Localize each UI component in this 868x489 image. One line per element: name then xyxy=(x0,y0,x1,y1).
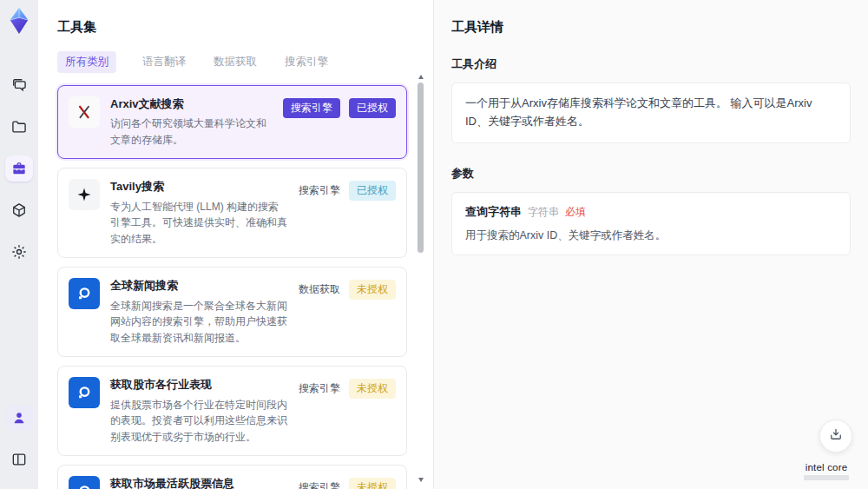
category-tab[interactable]: 所有类别 xyxy=(57,51,116,73)
scrollbar-thumb[interactable] xyxy=(418,83,424,253)
page-title: 工具集 xyxy=(57,19,407,36)
intro-text: 一个用于从Arxiv存储库搜索科学论文和文章的工具。 输入可以是Arxiv ID… xyxy=(465,95,837,131)
tavily-icon xyxy=(69,179,100,210)
icon-rail xyxy=(0,0,38,489)
tool-status-badge: 已授权 xyxy=(349,181,396,201)
category-tab[interactable]: 搜索引擎 xyxy=(283,51,330,73)
tool-description: 全球新闻搜索是一个聚合全球各大新闻网站内容的搜索引擎，帮助用户快速获取全球最新资… xyxy=(110,298,288,347)
news-icon xyxy=(69,278,100,309)
toolbox-icon xyxy=(10,160,28,177)
tool-card[interactable]: 获取市场最活跃股票信息 提供当天交易量最高的股票列表，投资者可以利用这些信息来识… xyxy=(57,465,407,489)
sidebar-item-toolbox[interactable] xyxy=(5,155,33,182)
sidebar-item-panel-toggle[interactable] xyxy=(5,446,33,472)
intel-logo-sub-badge xyxy=(804,475,849,480)
intel-core-logo: intel core xyxy=(799,462,854,480)
panel-toggle-icon xyxy=(10,451,28,468)
app-logo-icon xyxy=(6,7,32,35)
sidebar-item-files[interactable] xyxy=(5,114,33,140)
app-window: 工具集 所有类别语言翻译数据获取搜索引擎 Arxiv文献搜索 访问各个研究领域大… xyxy=(0,0,868,489)
param-card: 查询字符串 字符串 必填 用于搜索的Arxiv ID、关键字或作者姓名。 xyxy=(451,192,851,256)
tool-card[interactable]: Arxiv文献搜索 访问各个研究领域大量科学论文和文章的存储库。 搜索引擎 已授… xyxy=(57,85,407,159)
scrollbar-up-arrow-icon[interactable] xyxy=(418,75,424,79)
tool-name: Arxiv文献搜索 xyxy=(110,96,273,112)
param-type: 字符串 xyxy=(528,205,559,220)
params-heading: 参数 xyxy=(451,166,851,182)
tool-list: Arxiv文献搜索 访问各个研究领域大量科学论文和文章的存储库。 搜索引擎 已授… xyxy=(57,85,407,489)
tool-card[interactable]: Tavily搜索 专为人工智能代理 (LLM) 构建的搜索引擎工具。可快速提供实… xyxy=(57,168,407,258)
tool-name: 全球新闻搜索 xyxy=(110,278,288,294)
tool-card[interactable]: 获取股市各行业表现 提供股票市场各个行业在特定时间段内的表现。投资者可以利用这些… xyxy=(57,366,407,456)
tool-name: 获取市场最活跃股票信息 xyxy=(110,476,288,489)
tool-category-badge: 数据获取 xyxy=(299,280,340,300)
sidebar-item-settings[interactable] xyxy=(5,239,33,265)
tool-card[interactable]: 全球新闻搜索 全球新闻搜索是一个聚合全球各大新闻网站内容的搜索引擎，帮助用户快速… xyxy=(57,267,407,357)
sidebar-item-chat[interactable] xyxy=(5,72,33,98)
category-tab[interactable]: 语言翻译 xyxy=(141,51,187,73)
list-scrollbar[interactable] xyxy=(418,75,424,482)
detail-title: 工具详情 xyxy=(451,19,851,36)
tool-list-panel: 工具集 所有类别语言翻译数据获取搜索引擎 Arxiv文献搜索 访问各个研究领域大… xyxy=(38,0,434,489)
intro-card: 一个用于从Arxiv存储库搜索科学论文和文章的工具。 输入可以是Arxiv ID… xyxy=(451,83,851,143)
stock-icon xyxy=(69,377,100,408)
tool-category-badge: 搜索引擎 xyxy=(299,181,340,201)
tool-status-badge: 未授权 xyxy=(349,478,396,489)
tool-name: 获取股市各行业表现 xyxy=(110,377,288,393)
tool-detail-panel: 工具详情 工具介绍 一个用于从Arxiv存储库搜索科学论文和文章的工具。 输入可… xyxy=(434,0,868,489)
cube-icon xyxy=(10,202,28,219)
tool-description: 专为人工智能代理 (LLM) 构建的搜索引擎工具。可快速提供实时、准确和真实的结… xyxy=(110,199,288,248)
category-tabs: 所有类别语言翻译数据获取搜索引擎 xyxy=(57,51,407,73)
chat-icon xyxy=(10,76,28,94)
folder-icon xyxy=(10,118,28,135)
tool-description: 提供股票市场各个行业在特定时间段内的表现。投资者可以利用这些信息来识别表现优于或… xyxy=(110,397,288,446)
tool-category-badge: 搜索引擎 xyxy=(283,98,340,118)
tool-category-badge: 搜索引擎 xyxy=(299,379,340,399)
tool-status-badge: 未授权 xyxy=(349,379,396,399)
param-desc: 用于搜索的Arxiv ID、关键字或作者姓名。 xyxy=(465,228,837,244)
sidebar-item-account[interactable] xyxy=(5,405,33,431)
tool-category-badge: 搜索引擎 xyxy=(299,478,340,489)
tool-status-badge: 已授权 xyxy=(349,98,396,118)
gear-icon xyxy=(10,243,28,261)
arxiv-icon xyxy=(69,96,100,128)
download-icon xyxy=(828,426,844,446)
intro-heading: 工具介绍 xyxy=(451,56,851,72)
download-button[interactable] xyxy=(819,420,852,453)
param-required-badge: 必填 xyxy=(565,205,586,220)
user-icon xyxy=(10,409,28,426)
category-tab[interactable]: 数据获取 xyxy=(212,51,259,73)
tool-name: Tavily搜索 xyxy=(110,179,288,195)
scrollbar-down-arrow-icon[interactable] xyxy=(418,478,424,482)
stock-icon xyxy=(69,476,100,489)
tool-description: 访问各个研究领域大量科学论文和文章的存储库。 xyxy=(110,116,273,148)
sidebar-item-packages[interactable] xyxy=(5,197,33,223)
param-name: 查询字符串 xyxy=(465,204,522,220)
tool-status-badge: 未授权 xyxy=(349,280,396,300)
intel-core-logo-text: intel core xyxy=(799,462,854,472)
